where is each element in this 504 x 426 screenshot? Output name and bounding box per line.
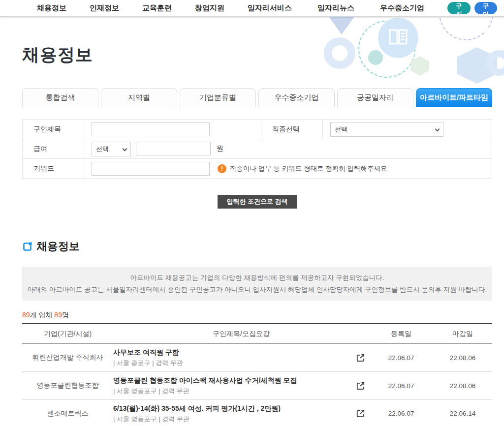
job-posting-title[interactable]: 영등포클린 협동조합 아이스팩 재사용사업 수거/세척원 모집 xyxy=(113,376,297,385)
nav-item-talent-info[interactable]: 인재정보 xyxy=(90,3,119,13)
company-count-suffix: 개 업체 xyxy=(30,311,55,319)
company-name: 휘린산업개발 주식회사 xyxy=(22,353,113,362)
tab-excellent-sme[interactable]: 우수중소기업 xyxy=(258,88,335,107)
table-row[interactable]: 영등포클린협동조합 영등포클린 협동조합 아이스팩 재사용사업 수거/세척원 모… xyxy=(22,372,492,400)
notice-line-2: 아래의 아르바이트 공고는 서울일자리센터에서 승인된 구인공고가 아니오니 입… xyxy=(27,284,487,296)
employer-register-button[interactable]: 구인등록 xyxy=(474,2,498,14)
nav-register-buttons: 구직등록 구인등록 xyxy=(447,2,497,14)
job-posting-title[interactable]: 사무보조 여직원 구함 xyxy=(113,348,183,357)
section-bracket-icon xyxy=(22,242,32,252)
nav-item-job-news[interactable]: 일자리뉴스 xyxy=(317,3,354,13)
salary-label: 급여 xyxy=(23,139,84,159)
jobseeker-register-button[interactable]: 구직등록 xyxy=(447,2,471,14)
nav-item-edu-training[interactable]: 교육훈련 xyxy=(142,3,172,13)
parttime-notice: 아르바이트 채용공고는 기업의 다양한 채용방식에 편의를 제공하고자 구현되었… xyxy=(22,267,492,301)
tab-public-jobs[interactable]: 공공일자리 xyxy=(337,88,413,107)
search-submit-button[interactable]: 입력한 조건으로 검색 xyxy=(218,195,296,209)
tab-parttime[interactable]: 아르바이트/파트타임 xyxy=(416,88,492,107)
external-link-icon[interactable] xyxy=(356,409,365,418)
warning-icon: ! xyxy=(218,164,226,173)
search-tabs: 통합검색 지역별 기업분류별 우수중소기업 공공일자리 아르바이트/파트타임 xyxy=(22,88,492,107)
job-posting-meta: | 서울 영등포구 | 경력 무관 xyxy=(113,415,281,424)
registered-date: 22.06.07 xyxy=(369,410,433,417)
keyword-input[interactable] xyxy=(92,162,210,176)
tab-by-company-type[interactable]: 기업분류별 xyxy=(180,88,256,107)
page-title: 채용정보 xyxy=(22,43,93,66)
salary-type-select[interactable]: 선택 xyxy=(92,142,131,156)
col-header-registered: 등록일 xyxy=(369,330,433,338)
table-header-row: 기업(기관/시설) 구인제목/모집요강 등록일 마감일 xyxy=(22,324,492,344)
decor-triangle xyxy=(329,17,354,34)
registered-date: 22.06.07 xyxy=(369,354,433,362)
registered-date: 22.06.07 xyxy=(369,382,433,390)
company-name: 영등포클린협동조합 xyxy=(22,381,113,390)
external-link-icon[interactable] xyxy=(356,353,365,363)
col-header-title: 구인제목/모집요강 xyxy=(113,330,369,338)
job-posting-title[interactable]: 6/13(월)-14(화) 35-55세 여성. 커피 평가(1시간 , 2만원… xyxy=(113,404,281,413)
job-title-label: 구인제목 xyxy=(23,120,84,139)
company-count: 89 xyxy=(22,311,30,319)
job-search-form: 구인제목 직종선택 선택 급여 선택 xyxy=(22,119,492,179)
keyword-hint: ! 직종이나 업무 등 키워드 형태로 정확히 입력해주세요 xyxy=(218,164,387,173)
nav-item-startup-support[interactable]: 창업지원 xyxy=(195,3,224,13)
hero-banner: 채용정보 xyxy=(0,17,504,84)
keyword-hint-text: 직종이나 업무 등 키워드 형태로 정확히 입력해주세요 xyxy=(230,164,387,173)
book-icon xyxy=(388,29,408,47)
job-posting-meta: | 서울 영등포구 | 경력 무관 xyxy=(113,387,297,396)
deadline-date: 22.06.14 xyxy=(433,410,492,417)
external-link-icon[interactable] xyxy=(356,381,365,391)
result-count: 89개 업체 89명 xyxy=(22,311,492,320)
nav-item-job-services[interactable]: 일자리서비스 xyxy=(248,3,292,13)
salary-amount-input[interactable] xyxy=(136,142,211,155)
company-name: 센소메트릭스 xyxy=(22,409,113,418)
section-heading: 채용정보 xyxy=(22,239,492,254)
job-category-label: 직종선택 xyxy=(261,120,323,139)
deadline-date: 22.08.06 xyxy=(433,354,492,362)
nav-item-excellent-sme[interactable]: 우수중소기업 xyxy=(380,3,424,13)
decor-teal-dot xyxy=(368,50,383,65)
people-count-suffix: 명 xyxy=(62,311,69,319)
decor-donut-circle xyxy=(324,37,355,69)
keyword-label: 키워드 xyxy=(23,159,84,179)
col-header-company: 기업(기관/시설) xyxy=(22,330,113,338)
main-menu: 채용정보 인재정보 교육훈련 창업지원 일자리서비스 일자리뉴스 우수중소기업 xyxy=(37,3,447,13)
table-row[interactable]: 센소메트릭스 6/13(월)-14(화) 35-55세 여성. 커피 평가(1시… xyxy=(22,400,492,426)
job-title-input[interactable] xyxy=(92,122,210,136)
people-count: 89 xyxy=(54,311,62,319)
deadline-date: 22.08.06 xyxy=(433,382,492,390)
salary-unit-label: 원 xyxy=(217,144,223,152)
table-row[interactable]: 휘린산업개발 주식회사 사무보조 여직원 구함 | 서울 종로구 | 경력 무관… xyxy=(22,344,492,372)
col-header-deadline: 마감일 xyxy=(433,330,492,338)
job-category-select[interactable]: 선택 xyxy=(330,122,443,137)
nav-item-recruit-info[interactable]: 채용정보 xyxy=(37,3,66,13)
tab-by-region[interactable]: 지역별 xyxy=(101,88,177,107)
notice-line-1: 아르바이트 채용공고는 기업의 다양한 채용방식에 편의를 제공하고자 구현되었… xyxy=(27,272,487,284)
job-posting-meta: | 서울 종로구 | 경력 무관 xyxy=(113,359,183,367)
decor-book-circle xyxy=(378,18,418,58)
job-listing-table: 기업(기관/시설) 구인제목/모집요강 등록일 마감일 휘린산업개발 주식회사 … xyxy=(22,323,492,426)
section-title: 채용정보 xyxy=(36,239,80,254)
top-navigation: 채용정보 인재정보 교육훈련 창업지원 일자리서비스 일자리뉴스 우수중소기업 … xyxy=(0,0,504,17)
tab-integrated-search[interactable]: 통합검색 xyxy=(22,88,98,107)
